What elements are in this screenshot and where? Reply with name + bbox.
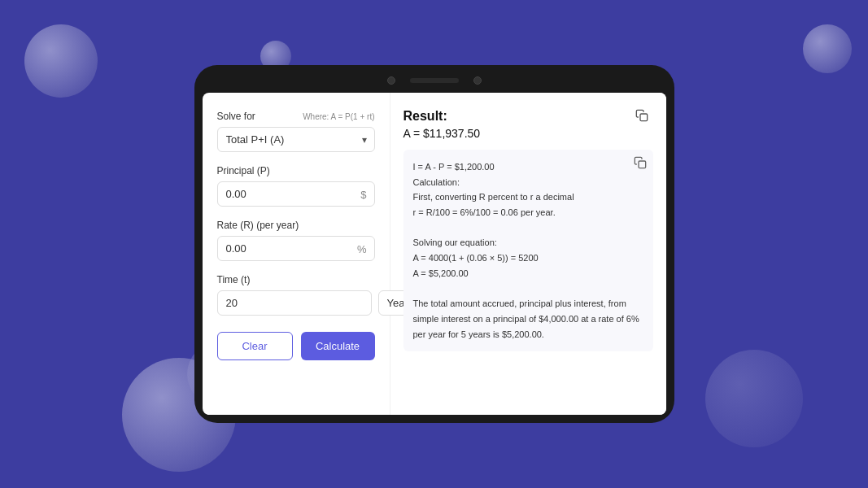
tablet-mic xyxy=(473,76,482,85)
detail-line-1: I = A - P = $1,200.00 xyxy=(413,159,643,175)
tablet-frame: Solve for Where: A = P(1 + rt) Total P+I… xyxy=(194,65,674,423)
button-row: Clear Calculate xyxy=(217,332,375,360)
rate-input-wrapper: % xyxy=(217,236,375,261)
rate-label: Rate (R) (per year) xyxy=(217,220,375,231)
calculate-button[interactable]: Calculate xyxy=(301,332,375,360)
time-row: Years Months Days ▾ xyxy=(217,290,375,316)
detail-line-8: A = $5,200.00 xyxy=(413,266,643,281)
tablet-speaker xyxy=(410,78,459,83)
detail-line-4: r = R/100 = 6%/100 = 0.06 per year. xyxy=(413,205,643,220)
detail-line-3: First, converting R percent to r a decim… xyxy=(413,190,643,205)
solve-for-header: Solve for Where: A = P(1 + rt) xyxy=(217,111,375,122)
time-label: Time (t) xyxy=(217,274,375,285)
rate-input[interactable] xyxy=(217,236,375,261)
copy-icon xyxy=(635,109,648,122)
principal-group: Principal (P) $ xyxy=(217,165,375,207)
rate-suffix: % xyxy=(357,242,367,255)
principal-input-wrapper: $ xyxy=(217,181,375,207)
result-title: Result: xyxy=(403,109,653,124)
sphere-decoration-6 xyxy=(705,350,803,447)
clear-button[interactable]: Clear xyxy=(217,332,293,360)
detail-line-7: A = 4000(1 + (0.06 × 5)) = 5200 xyxy=(413,251,643,266)
principal-label: Principal (P) xyxy=(217,165,375,176)
svg-rect-0 xyxy=(640,114,648,121)
result-value: A = $11,937.50 xyxy=(403,127,653,140)
solve-for-select-wrapper: Total P+I (A) Principal (P) Rate (R) Tim… xyxy=(217,127,375,152)
tablet-screen: Solve for Where: A = P(1 + rt) Total P+I… xyxy=(203,93,666,415)
solve-for-label: Solve for xyxy=(217,111,255,122)
detail-line-2: Calculation: xyxy=(413,175,643,190)
svg-rect-1 xyxy=(639,161,646,168)
result-section: Result: A = $11,937.50 xyxy=(403,109,653,140)
principal-input[interactable] xyxy=(217,181,375,207)
detail-line-6: Solving our equation: xyxy=(413,235,643,251)
time-group: Time (t) Years Months Days ▾ xyxy=(217,274,375,316)
copy-detail-icon xyxy=(634,156,647,169)
tablet-top-bar xyxy=(203,76,666,85)
sphere-decoration-1 xyxy=(24,24,98,98)
copy-detail-button[interactable] xyxy=(634,156,647,174)
solve-for-group: Solve for Where: A = P(1 + rt) Total P+I… xyxy=(217,111,375,152)
sphere-decoration-3 xyxy=(803,24,852,73)
formula-hint: Where: A = P(1 + rt) xyxy=(303,112,374,121)
time-input[interactable] xyxy=(217,290,372,316)
copy-result-button[interactable] xyxy=(635,109,653,127)
solve-for-select[interactable]: Total P+I (A) Principal (P) Rate (R) Tim… xyxy=(217,127,375,152)
principal-suffix: $ xyxy=(360,188,366,200)
rate-group: Rate (R) (per year) % xyxy=(217,220,375,261)
tablet-camera xyxy=(387,76,395,85)
detail-box: I = A - P = $1,200.00 Calculation: First… xyxy=(403,150,653,351)
left-panel: Solve for Where: A = P(1 + rt) Total P+I… xyxy=(203,93,390,415)
right-panel: Result: A = $11,937.50 xyxy=(390,93,666,415)
detail-line-10: The total amount accrued, principal plus… xyxy=(413,296,643,342)
calculator-container: Solve for Where: A = P(1 + rt) Total P+I… xyxy=(203,93,666,415)
